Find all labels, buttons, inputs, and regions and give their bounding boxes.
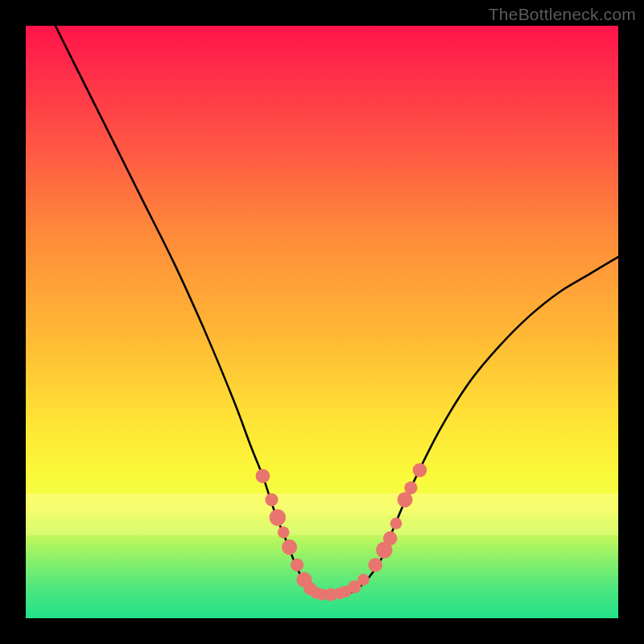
highlight-dots-group <box>256 463 427 601</box>
highlight-dot <box>413 463 427 477</box>
highlight-dot <box>278 526 290 539</box>
highlight-dot <box>404 481 417 494</box>
highlight-dot <box>265 493 278 506</box>
highlight-dot <box>291 559 303 572</box>
highlight-dot <box>368 558 382 572</box>
highlight-dot <box>269 510 286 526</box>
watermark-text: TheBottleneck.com <box>489 5 636 24</box>
highlight-dot <box>390 518 402 530</box>
highlight-dot <box>256 469 270 484</box>
chart-svg <box>26 26 618 618</box>
chart-plot-area <box>26 26 618 618</box>
highlight-dot <box>383 531 398 546</box>
bottleneck-curve <box>56 26 618 595</box>
highlight-dot <box>357 574 369 586</box>
highlight-dot <box>282 539 297 555</box>
